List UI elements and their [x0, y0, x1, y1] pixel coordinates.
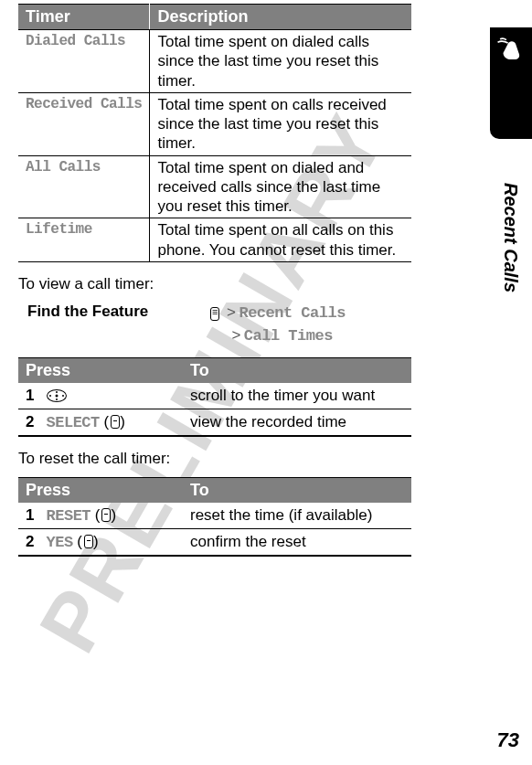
- press-table-reset: Press To 1 RESET () reset the time (if a…: [18, 477, 411, 557]
- soft-key-icon: [84, 535, 93, 548]
- press-header-col1: Press: [18, 357, 183, 383]
- press-header-col1: Press: [18, 477, 183, 503]
- step-key: RESET (): [39, 503, 183, 529]
- table-row: 2 YES () confirm the reset: [18, 528, 411, 556]
- step-key: SELECT (): [39, 409, 183, 436]
- press-header-col2: To: [183, 477, 411, 503]
- softkey-label: YES: [47, 534, 73, 551]
- timer-table: Timer Description Dialed Calls Total tim…: [18, 4, 411, 262]
- softkey-label: RESET: [47, 507, 91, 525]
- table-row: 2 SELECT () view the recorded time: [18, 409, 411, 436]
- table-row: Lifetime Total time spent on all calls o…: [18, 218, 411, 262]
- step-key: [39, 383, 183, 409]
- nav-key-icon: [47, 389, 67, 402]
- page-number: 73: [497, 728, 519, 752]
- press-table-view: Press To 1 scroll to the timer you want …: [18, 357, 411, 437]
- press-header-col2: To: [183, 357, 411, 383]
- timer-name: Lifetime: [18, 218, 150, 262]
- step-number: 1: [18, 503, 39, 529]
- find-feature-row: Find the Feature >Recent Calls >Call Tim…: [27, 303, 486, 346]
- table-row: Dialed Calls Total time spent on dialed …: [18, 30, 411, 93]
- table-row: 1 RESET () reset the time (if available): [18, 503, 411, 529]
- timer-desc: Total time spent on dialed calls since t…: [150, 30, 411, 93]
- timer-desc: Total time spent on dialed and received …: [150, 155, 411, 218]
- step-number: 2: [18, 409, 39, 436]
- feature-path1: Recent Calls: [239, 304, 345, 322]
- table-row: Received Calls Total time spent on calls…: [18, 92, 411, 155]
- timer-desc: Total time spent on all calls on this ph…: [150, 218, 411, 262]
- timer-header-col1: Timer: [18, 5, 150, 30]
- intro-view-text: To view a call timer:: [18, 275, 486, 293]
- step-action: confirm the reset: [183, 528, 411, 556]
- intro-reset-text: To reset the call timer:: [18, 450, 486, 468]
- step-action: view the recorded time: [183, 409, 411, 436]
- step-number: 2: [18, 528, 39, 556]
- softkey-label: SELECT: [47, 414, 100, 431]
- timer-name: Received Calls: [18, 92, 150, 155]
- step-number: 1: [18, 383, 39, 409]
- timer-desc: Total time spent on calls received since…: [150, 92, 411, 155]
- find-feature-label: Find the Feature: [27, 303, 210, 346]
- feature-path2: Call Times: [244, 327, 333, 345]
- timer-name: Dialed Calls: [18, 30, 150, 93]
- soft-key-icon: [101, 508, 111, 522]
- step-action: scroll to the timer you want: [183, 383, 411, 409]
- menu-icon: [210, 305, 219, 325]
- step-key: YES (): [39, 528, 183, 556]
- step-action: reset the time (if available): [183, 503, 411, 529]
- timer-header-col2: Description: [150, 5, 411, 30]
- table-row: 1 scroll to the timer you want: [18, 383, 411, 409]
- table-row: All Calls Total time spent on dialed and…: [18, 155, 411, 218]
- timer-name: All Calls: [18, 155, 150, 218]
- soft-key-icon: [111, 415, 120, 429]
- find-feature-path: >Recent Calls >Call Times: [210, 303, 346, 346]
